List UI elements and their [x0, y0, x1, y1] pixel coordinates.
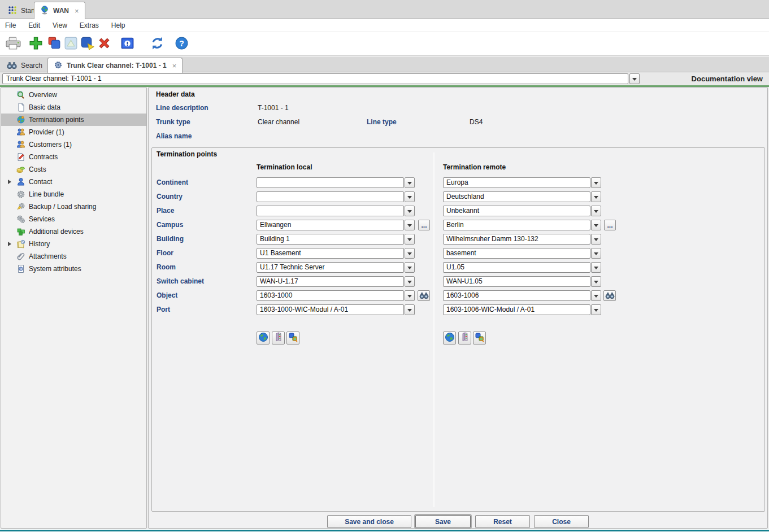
sidebar-item-system-attributes[interactable]: System attributes — [1, 263, 146, 275]
place-local-dropdown-button[interactable] — [405, 206, 415, 216]
room-local-input[interactable]: U1.17 Technic Server — [257, 262, 404, 273]
country-local-dropdown-button[interactable] — [405, 191, 415, 202]
local-cabinet-button[interactable] — [272, 332, 285, 345]
sidebar-item-provider-1[interactable]: Provider (1) — [1, 126, 146, 138]
sidebar-item-services[interactable]: Services — [1, 213, 146, 225]
sidebar-item-line-bundle[interactable]: Line bundle — [1, 188, 146, 200]
local-network-search-button[interactable] — [286, 332, 299, 345]
remote-globe-button[interactable] — [443, 332, 456, 345]
tab-wan-close-icon[interactable]: × — [75, 7, 79, 15]
delete-button[interactable] — [95, 36, 112, 53]
local-globe-button[interactable] — [257, 332, 270, 345]
sidebar-item-history[interactable]: History — [1, 238, 146, 250]
tab-search[interactable]: Search — [1, 58, 48, 72]
room-remote-input[interactable]: U1.05 — [443, 262, 590, 273]
room-remote-dropdown-button[interactable] — [591, 262, 601, 273]
continent-local-dropdown-button[interactable] — [405, 177, 415, 188]
remote-network-search-button[interactable] — [473, 332, 486, 345]
switch-cabinet-remote-input[interactable]: WAN-U1.05 — [443, 276, 590, 287]
object-selector-dropdown-button[interactable] — [629, 73, 640, 84]
object-remote-dropdown-button[interactable] — [591, 290, 601, 301]
object-local-search-button[interactable] — [418, 290, 430, 301]
country-local-input[interactable] — [257, 191, 404, 202]
menu-item-help[interactable]: Help — [105, 21, 132, 29]
campus-remote-browse-button[interactable]: ... — [604, 220, 616, 230]
sidebar-item-termination-points[interactable]: Termination points — [1, 114, 146, 126]
port-remote-input[interactable]: 1603-1006-WIC-Modul / A-01 — [443, 304, 590, 315]
add-icon — [28, 36, 44, 53]
save-and-close-button[interactable]: Save and close — [327, 515, 411, 528]
run-button[interactable] — [79, 36, 95, 53]
tab-trunk-document-close-icon[interactable]: × — [172, 62, 177, 70]
tab-trunk-document[interactable]: Trunk Clear channel: T-1001 - 1 × — [47, 58, 183, 73]
menu-item-edit[interactable]: Edit — [22, 21, 46, 29]
port-local-input[interactable]: 1603-1000-WIC-Modul / A-01 — [257, 304, 404, 315]
expand-arrow-icon[interactable] — [8, 242, 14, 246]
building-local-input[interactable]: Building 1 — [257, 234, 404, 245]
switch-cabinet-local-input[interactable]: WAN-U-1.17 — [257, 276, 404, 287]
sidebar-item-contact[interactable]: Contact — [1, 176, 146, 188]
sidebar-item-attachments[interactable]: Attachments — [1, 250, 146, 263]
campus-local-input[interactable]: Ellwangen — [257, 220, 404, 230]
sidebar-item-backup-load-sharing[interactable]: Backup / Load sharing — [1, 200, 146, 213]
expand-arrow-icon[interactable] — [8, 180, 14, 184]
building-local-dropdown-button[interactable] — [405, 234, 415, 245]
add-button[interactable] — [27, 36, 44, 53]
sidebar-item-costs[interactable]: Costs — [1, 163, 146, 176]
save-button[interactable]: Save — [415, 515, 471, 528]
termination-groupbox: Termination points Termination local Ter… — [151, 147, 765, 512]
room-local-dropdown-button[interactable] — [405, 262, 415, 273]
building-remote-dropdown-button[interactable] — [591, 234, 601, 245]
object-remote-input[interactable]: 1603-1006 — [443, 290, 590, 301]
sidebar-item-customers-1[interactable]: Customers (1) — [1, 138, 146, 151]
tab-trunk-document-label: Trunk Clear channel: T-1001 - 1 — [67, 62, 167, 69]
sidebar-item-contracts[interactable]: Contracts — [1, 151, 146, 163]
campus-local-browse-button[interactable]: ... — [418, 220, 430, 230]
object-remote-search-button[interactable] — [603, 290, 616, 301]
sidebar-item-label: Attachments — [29, 252, 67, 260]
port-local-dropdown-button[interactable] — [405, 304, 415, 315]
continent-local-input[interactable] — [257, 177, 404, 188]
floor-local-dropdown-button[interactable] — [405, 248, 415, 259]
refresh-button[interactable] — [149, 36, 166, 53]
sidebar-item-overview[interactable]: Overview — [1, 89, 146, 101]
menu-item-extras[interactable]: Extras — [73, 21, 105, 29]
continent-remote-input[interactable]: Europa — [443, 177, 590, 188]
place-remote-dropdown-button[interactable] — [591, 206, 601, 216]
menu-item-view[interactable]: View — [46, 21, 73, 29]
country-remote-input[interactable]: Deutschland — [443, 191, 590, 202]
campus-remote-dropdown-button[interactable] — [591, 220, 601, 230]
body-area: OverviewBasic dataTermination pointsProv… — [0, 87, 769, 529]
place-remote-input[interactable]: Unbekannt — [443, 206, 590, 216]
trunk-type-label: Trunk type — [156, 118, 190, 126]
help-button[interactable]: ? — [173, 36, 190, 53]
campus-local-dropdown-button[interactable] — [405, 220, 415, 230]
tab-wan[interactable]: WAN × — [34, 2, 85, 19]
sidebar-item-additional-devices[interactable]: Additional devices — [1, 225, 146, 238]
remote-cabinet-button[interactable] — [458, 332, 471, 345]
country-remote-dropdown-button[interactable] — [591, 191, 601, 202]
campus-remote-input[interactable]: Berlin — [443, 220, 590, 230]
switch-cabinet-local-dropdown-button[interactable] — [405, 276, 415, 287]
floor-remote-dropdown-button[interactable] — [591, 248, 601, 259]
close-button[interactable]: Close — [534, 515, 589, 528]
object-local-input[interactable]: 1603-1000 — [257, 290, 404, 301]
port-remote-dropdown-button[interactable] — [591, 304, 601, 315]
overview-icon — [16, 90, 25, 99]
copy-button[interactable] — [45, 36, 62, 53]
object-local-dropdown-button[interactable] — [405, 290, 415, 301]
object-info-button[interactable] — [119, 36, 136, 53]
print-button[interactable] — [5, 36, 21, 53]
object-selector-input[interactable]: Trunk Clear channel: T-1001 - 1 — [2, 73, 628, 84]
place-local-input[interactable] — [257, 206, 404, 216]
continent-remote-dropdown-button[interactable] — [591, 177, 601, 188]
reset-button[interactable]: Reset — [475, 515, 530, 528]
menu-item-file[interactable]: File — [0, 21, 22, 29]
mask-button[interactable] — [62, 36, 79, 53]
building-remote-input[interactable]: Wilhelmsruher Damm 130-132 — [443, 234, 590, 245]
floor-remote-input[interactable]: basement — [443, 248, 590, 259]
sidebar-item-basic-data[interactable]: Basic data — [1, 101, 146, 114]
floor-local-input[interactable]: U1 Basement — [257, 248, 404, 259]
switch-cabinet-remote-dropdown-button[interactable] — [591, 276, 601, 287]
contact-icon — [16, 177, 25, 186]
